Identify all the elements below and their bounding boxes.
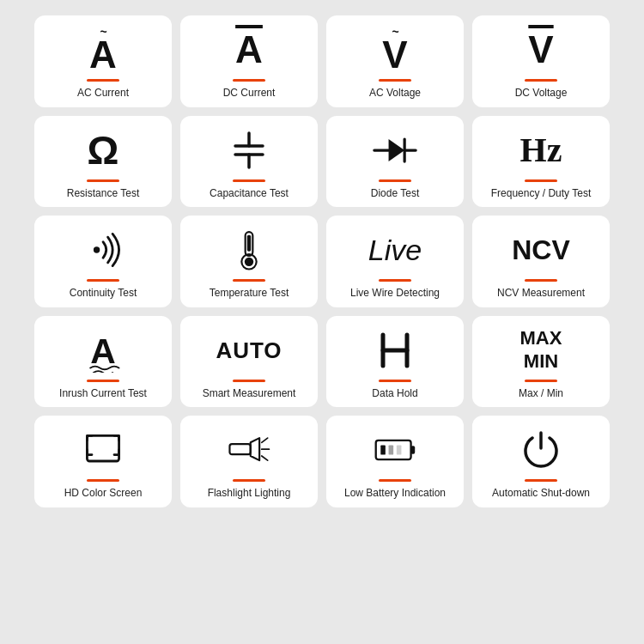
ac-current-icon: ~ A: [89, 24, 117, 76]
temperature-cell: Temperature Test: [180, 216, 318, 307]
underline: [379, 79, 411, 82]
diode-icon: [373, 125, 417, 176]
underline: [379, 479, 411, 482]
frequency-label: Frequency / Duty Test: [491, 187, 592, 201]
dc-current-icon: A: [235, 24, 263, 76]
live-wire-icon: Live: [368, 224, 422, 276]
svg-rect-24: [380, 446, 386, 455]
diode-label: Diode Test: [371, 187, 419, 201]
svg-line-21: [262, 456, 268, 460]
underline: [525, 479, 557, 482]
shutdown-icon: [519, 424, 563, 476]
datahold-icon: [373, 325, 417, 376]
frequency-icon: Hz: [520, 125, 562, 176]
battery-label: Low Battery Indication: [344, 487, 446, 501]
underline: [379, 179, 411, 182]
battery-cell: Low Battery Indication: [326, 416, 464, 507]
inrush-label: Inrush Current Test: [59, 387, 147, 401]
underline: [233, 279, 265, 282]
maxmin-icon: MAXMIN: [520, 325, 562, 376]
temperature-label: Temperature Test: [210, 287, 289, 301]
row-2: Ω Resistance Test Capacitance Test: [17, 116, 627, 208]
svg-point-8: [94, 246, 100, 252]
ac-voltage-label: AC Voltage: [369, 87, 421, 100]
maxmin-label: Max / Min: [519, 387, 563, 401]
datahold-cell: Data Hold: [326, 316, 464, 408]
underline: [379, 279, 411, 282]
underline: [87, 380, 119, 382]
main-container: ~ A AC Current A DC Current ~ V AC Volta…: [0, 0, 644, 644]
underline: [233, 380, 265, 382]
row-3: Continuity Test Temperature Test Live Li…: [17, 216, 627, 307]
svg-point-12: [245, 258, 253, 266]
svg-rect-18: [229, 444, 250, 454]
underline: [525, 79, 557, 82]
capacitance-label: Capacitance Test: [210, 187, 289, 201]
svg-rect-23: [411, 447, 416, 454]
ncv-cell: NCV NCV Measurement: [472, 216, 610, 307]
smart-cell: AUTO Smart Measurement: [180, 316, 318, 408]
ac-current-label: AC Current: [77, 87, 129, 100]
ncv-label: NCV Measurement: [497, 287, 585, 301]
svg-marker-5: [389, 139, 405, 161]
underline: [233, 179, 265, 182]
datahold-label: Data Hold: [372, 387, 417, 401]
shutdown-cell: Automatic Shut-down: [472, 416, 610, 507]
svg-line-19: [262, 439, 268, 443]
dc-voltage-cell: V DC Voltage: [472, 15, 610, 107]
hdscreen-label: HD Color Screen: [64, 487, 143, 501]
svg-rect-10: [247, 235, 251, 252]
svg-rect-26: [397, 446, 402, 455]
svg-text:A: A: [90, 331, 116, 371]
ac-current-cell: ~ A AC Current: [34, 15, 172, 107]
resistance-cell: Ω Resistance Test: [34, 116, 172, 208]
frequency-cell: Hz Frequency / Duty Test: [472, 116, 610, 208]
svg-rect-17: [87, 436, 118, 462]
continuity-icon: [81, 224, 125, 276]
ncv-icon: NCV: [512, 224, 570, 276]
live-wire-label: Live Wire Detecting: [350, 287, 440, 301]
flashlight-icon: [227, 424, 271, 476]
underline: [525, 279, 557, 282]
smart-label: Smart Measurement: [203, 387, 296, 401]
underline: [87, 179, 119, 182]
underline: [233, 79, 265, 82]
battery-icon: [373, 424, 417, 476]
resistance-label: Resistance Test: [67, 187, 140, 201]
inrush-cell: A Inrush Current Test: [34, 316, 172, 408]
underline: [87, 279, 119, 282]
underline: [233, 479, 265, 482]
underline: [525, 380, 557, 382]
underline: [87, 79, 119, 82]
shutdown-label: Automatic Shut-down: [492, 487, 590, 501]
hdscreen-cell: HD Color Screen: [34, 416, 172, 507]
ac-voltage-icon: ~ V: [382, 24, 407, 76]
capacitance-cell: Capacitance Test: [180, 116, 318, 208]
svg-rect-25: [389, 446, 394, 455]
live-wire-cell: Live Live Wire Detecting: [326, 216, 464, 307]
underline: [87, 479, 119, 482]
maxmin-cell: MAXMIN Max / Min: [472, 316, 610, 408]
continuity-cell: Continuity Test: [34, 216, 172, 307]
dc-voltage-label: DC Voltage: [515, 87, 568, 100]
diode-cell: Diode Test: [326, 116, 464, 208]
row-1: ~ A AC Current A DC Current ~ V AC Volta…: [17, 15, 627, 107]
row-5: HD Color Screen Flashlight Lighting: [17, 416, 627, 507]
flashlight-label: Flashlight Lighting: [208, 487, 291, 501]
flashlight-cell: Flashlight Lighting: [180, 416, 318, 507]
smart-icon: AUTO: [216, 325, 282, 376]
dc-voltage-icon: V: [528, 24, 553, 76]
hdscreen-icon: [81, 424, 125, 476]
resistance-icon: Ω: [88, 125, 119, 176]
row-4: A Inrush Current Test AUTO Smart Measure…: [17, 316, 627, 408]
dc-current-label: DC Current: [223, 87, 276, 100]
temperature-icon: [227, 224, 271, 276]
continuity-label: Continuity Test: [70, 287, 137, 301]
underline: [525, 179, 557, 182]
dc-current-cell: A DC Current: [180, 15, 318, 107]
ac-voltage-cell: ~ V AC Voltage: [326, 15, 464, 107]
underline: [379, 380, 411, 382]
inrush-icon: A: [81, 325, 125, 376]
capacitance-icon: [227, 125, 271, 176]
